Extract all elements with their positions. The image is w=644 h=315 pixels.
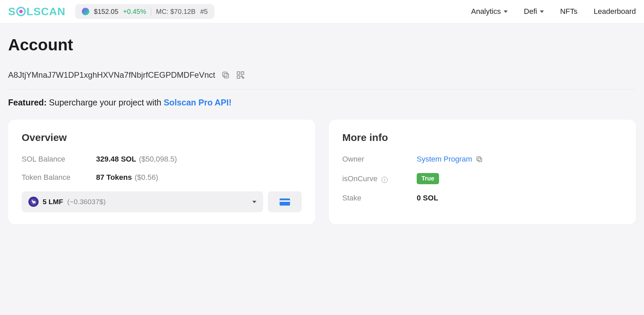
svg-rect-0 — [224, 74, 229, 78]
token-select-dropdown[interactable]: 🦙 5 LMF (~0.36037$) — [22, 191, 263, 212]
divider — [151, 7, 151, 16]
token-balance-row: Token Balance 87 Tokens ($0.56) — [22, 173, 302, 182]
svg-rect-9 — [478, 158, 482, 162]
token-balance-usd: ($0.56) — [135, 173, 158, 182]
token-select-row: 🦙 5 LMF (~0.36037$) — [22, 191, 302, 212]
page-title: Account — [8, 35, 636, 54]
sol-change: +0.45% — [123, 8, 146, 16]
selected-token-usd: (~0.36037$) — [67, 198, 106, 206]
chevron-down-icon — [504, 10, 508, 13]
svg-rect-5 — [241, 76, 242, 77]
wallet-button[interactable] — [268, 191, 302, 212]
nav-leaderboard[interactable]: Leaderboard — [594, 7, 636, 16]
address-row: A8JtjYMnaJ7W1DP1xghHXVNa7fNbjrfCEGPDMDFe… — [8, 70, 636, 90]
svg-rect-2 — [237, 72, 240, 74]
nav-label: Leaderboard — [594, 7, 636, 16]
info-icon[interactable]: i — [382, 177, 388, 183]
market-cap: MC: $70.12B — [156, 8, 196, 16]
owner-row: Owner System Program — [342, 155, 622, 164]
svg-rect-7 — [280, 198, 290, 205]
logo-o-icon — [16, 7, 26, 16]
wallet-icon — [279, 197, 291, 207]
nav: Analytics Defi NFTs Leaderboard — [471, 7, 636, 16]
sol-balance-usd: ($50,098.5) — [139, 155, 177, 164]
nav-nfts[interactable]: NFTs — [560, 7, 577, 16]
nav-label: NFTs — [560, 7, 577, 16]
sol-balance-value: 329.48 SOL — [96, 155, 136, 164]
featured-link[interactable]: Solscan Pro API! — [164, 98, 232, 107]
token-icon: 🦙 — [28, 197, 39, 207]
sol-price: $152.05 — [94, 8, 118, 16]
qr-icon[interactable] — [236, 71, 245, 79]
nav-label: Analytics — [471, 7, 501, 16]
sol-balance-label: SOL Balance — [22, 155, 96, 164]
is-on-curve-row: isOnCurve i True — [342, 173, 622, 184]
featured-banner: Featured: Supercharge your project with … — [8, 98, 636, 107]
main: Account A8JtjYMnaJ7W1DP1xghHXVNa7fNbjrfC… — [0, 23, 644, 237]
chevron-down-icon — [540, 10, 544, 13]
selected-token-name: 5 LMF — [43, 198, 63, 206]
copy-icon[interactable] — [476, 155, 483, 163]
card-title: Overview — [22, 132, 302, 143]
price-pill[interactable]: $152.05 +0.45% MC: $70.12B #5 — [75, 4, 215, 19]
rank: #5 — [200, 8, 208, 16]
svg-rect-8 — [280, 200, 290, 202]
featured-text: Supercharge your project with — [49, 98, 161, 107]
account-address: A8JtjYMnaJ7W1DP1xghHXVNa7fNbjrfCEGPDMDFe… — [8, 70, 215, 80]
nav-defi[interactable]: Defi — [524, 7, 544, 16]
featured-label: Featured: — [8, 98, 47, 107]
token-balance-label: Token Balance — [22, 173, 96, 182]
card-title: More info — [342, 132, 622, 143]
stake-row: Stake 0 SOL — [342, 194, 622, 202]
logo[interactable]: SLSCAN — [8, 5, 66, 18]
header: SLSCAN $152.05 +0.45% MC: $70.12B #5 Ana… — [0, 0, 644, 23]
chevron-down-icon — [252, 201, 256, 203]
is-on-curve-label: isOnCurve i — [342, 174, 417, 183]
solana-icon — [82, 8, 89, 15]
is-on-curve-badge: True — [417, 173, 439, 184]
token-balance-value: 87 Tokens — [96, 173, 132, 182]
svg-rect-6 — [243, 77, 244, 78]
sol-balance-row: SOL Balance 329.48 SOL ($50,098.5) — [22, 155, 302, 164]
cards-row: Overview SOL Balance 329.48 SOL ($50,098… — [8, 120, 636, 224]
svg-rect-10 — [477, 157, 480, 161]
owner-value[interactable]: System Program — [417, 155, 472, 164]
more-info-card: More info Owner System Program isOnCurve… — [329, 120, 636, 224]
nav-label: Defi — [524, 7, 537, 16]
svg-rect-1 — [223, 72, 227, 76]
nav-analytics[interactable]: Analytics — [471, 7, 508, 16]
svg-rect-3 — [241, 72, 244, 74]
stake-value: 0 SOL — [417, 194, 438, 202]
stake-label: Stake — [342, 194, 417, 202]
owner-label: Owner — [342, 155, 417, 164]
svg-rect-4 — [237, 76, 240, 78]
overview-card: Overview SOL Balance 329.48 SOL ($50,098… — [8, 120, 315, 224]
copy-icon[interactable] — [221, 71, 230, 79]
